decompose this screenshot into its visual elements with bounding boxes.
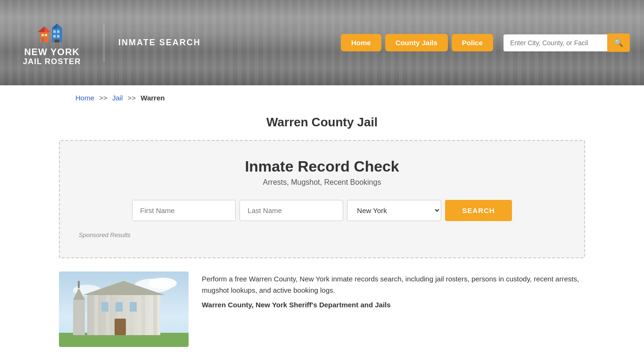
logo-line1: NEW YORK xyxy=(24,47,80,57)
svg-rect-27 xyxy=(101,302,108,312)
logo-area: NEW YORK JAIL ROSTER xyxy=(14,19,90,66)
svg-marker-5 xyxy=(44,26,51,32)
state-select[interactable]: AlabamaAlaskaArizonaArkansasCaliforniaCo… xyxy=(347,200,441,221)
svg-rect-9 xyxy=(53,35,56,38)
svg-rect-3 xyxy=(41,38,44,42)
svg-rect-0 xyxy=(40,32,49,42)
svg-marker-11 xyxy=(52,24,57,28)
header-search-input[interactable] xyxy=(504,34,607,51)
breadcrumb-current: Warren xyxy=(140,94,165,102)
record-check-section: Inmate Record Check Arrests, Mugshot, Re… xyxy=(59,140,585,258)
header-search-wrap: 🔍 xyxy=(504,33,630,52)
svg-rect-25 xyxy=(141,295,145,335)
description-area: Perform a free Warren County, New York i… xyxy=(202,272,585,347)
nav-area: Home County Jails Police 🔍 xyxy=(341,33,630,52)
breadcrumb-home-link[interactable]: Home xyxy=(75,94,94,102)
svg-rect-7 xyxy=(53,30,56,33)
svg-rect-8 xyxy=(57,30,59,33)
svg-point-16 xyxy=(149,278,177,289)
description-heading2: Warren County, New York Sheriff's Depart… xyxy=(202,301,585,309)
breadcrumb: Home >> Jail >> Warren xyxy=(0,85,644,107)
header-content: NEW YORK JAIL ROSTER INMATE SEARCH Home … xyxy=(0,0,644,85)
breadcrumb-sep2: >> xyxy=(128,94,136,102)
logo-line2: JAIL ROSTER xyxy=(23,57,81,66)
record-check-title: Inmate Record Check xyxy=(79,158,565,175)
svg-rect-10 xyxy=(57,35,59,38)
svg-rect-33 xyxy=(78,281,80,288)
svg-rect-30 xyxy=(115,319,126,335)
breadcrumb-sep1: >> xyxy=(99,94,107,102)
page-title: Warren County Jail xyxy=(0,115,644,130)
svg-marker-12 xyxy=(57,24,62,28)
nav-police-button[interactable]: Police xyxy=(452,34,493,51)
sponsored-label: Sponsored Results xyxy=(79,231,565,239)
svg-rect-31 xyxy=(73,300,85,335)
svg-rect-21 xyxy=(94,295,98,335)
inmate-search-label: INMATE SEARCH xyxy=(118,38,201,48)
svg-rect-28 xyxy=(116,302,123,312)
first-name-input[interactable] xyxy=(132,200,236,221)
search-button[interactable]: SEARCH xyxy=(445,200,512,221)
svg-marker-4 xyxy=(38,26,44,32)
description-paragraph1: Perform a free Warren County, New York i… xyxy=(202,273,585,296)
svg-rect-13 xyxy=(55,40,59,42)
svg-rect-2 xyxy=(45,34,47,36)
svg-rect-1 xyxy=(41,34,44,36)
site-header: NEW YORK JAIL ROSTER INMATE SEARCH Home … xyxy=(0,0,644,85)
bottom-content: Perform a free Warren County, New York i… xyxy=(0,272,644,361)
svg-rect-22 xyxy=(106,295,110,335)
nav-county-jails-button[interactable]: County Jails xyxy=(385,34,448,51)
header-divider xyxy=(104,24,104,62)
building-svg xyxy=(59,272,189,347)
last-name-input[interactable] xyxy=(239,200,343,221)
svg-rect-26 xyxy=(153,295,157,335)
inmate-search-form: AlabamaAlaskaArizonaArkansasCaliforniaCo… xyxy=(79,200,565,221)
building-image xyxy=(59,272,189,347)
svg-rect-24 xyxy=(130,295,133,335)
header-search-button[interactable]: 🔍 xyxy=(607,33,630,52)
record-check-subtitle: Arrests, Mugshot, Recent Bookings xyxy=(79,178,565,187)
logo-icon xyxy=(38,19,66,45)
svg-rect-29 xyxy=(130,302,137,312)
breadcrumb-jail-link[interactable]: Jail xyxy=(112,94,123,102)
nav-home-button[interactable]: Home xyxy=(341,34,381,51)
